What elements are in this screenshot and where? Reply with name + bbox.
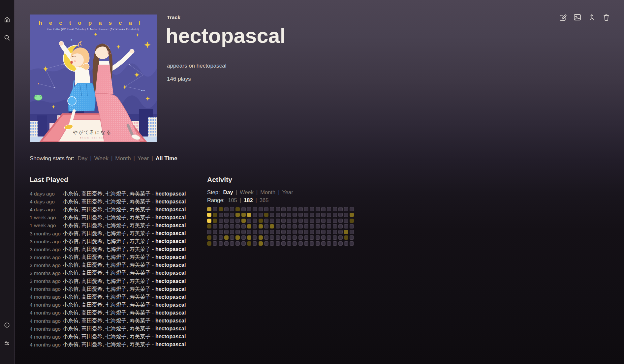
scrobble-artists[interactable]: 小糸侑, 高田憂希, 七海燈子, 寿美菜子 - — [63, 270, 155, 276]
heatmap-cell[interactable] — [287, 219, 291, 223]
heatmap-cell[interactable] — [219, 207, 223, 211]
heatmap-cell[interactable] — [281, 213, 286, 217]
appears-on-album-link[interactable]: hectopascal — [197, 63, 227, 69]
heatmap-cell[interactable] — [247, 230, 251, 234]
heatmap-cell[interactable] — [298, 207, 303, 211]
scrobble-track-name[interactable]: hectopascal — [155, 262, 186, 268]
heatmap-cell[interactable] — [235, 235, 240, 240]
heatmap-cell[interactable] — [259, 207, 263, 211]
heatmap-cell[interactable] — [207, 230, 211, 234]
scrobble-track[interactable]: 小糸侑, 高田憂希, 七海燈子, 寿美菜子 - hectopascal — [63, 246, 186, 253]
heatmap-cell[interactable] — [259, 241, 263, 246]
heatmap-cell[interactable] — [293, 241, 297, 246]
heatmap-cell[interactable] — [264, 213, 268, 217]
heatmap-cell[interactable] — [333, 241, 337, 246]
scrobble-time[interactable]: 3 months ago — [30, 278, 63, 284]
heatmap-cell[interactable] — [224, 213, 229, 217]
heatmap-cell[interactable] — [276, 207, 280, 211]
scrobble-track-name[interactable]: hectopascal — [155, 318, 186, 323]
heatmap-cell[interactable] — [253, 207, 257, 211]
heatmap-cell[interactable] — [344, 224, 348, 228]
heatmap-cell[interactable] — [213, 230, 217, 234]
heatmap-cell[interactable] — [213, 235, 217, 240]
heatmap-cell[interactable] — [293, 207, 297, 211]
heatmap-cell[interactable] — [310, 219, 314, 223]
scrobble-time[interactable]: 4 months ago — [30, 334, 63, 340]
step-option-day[interactable]: Day — [223, 189, 233, 195]
range-option-182[interactable]: 182 — [244, 197, 253, 203]
step-option-month[interactable]: Month — [260, 189, 275, 195]
heatmap-cell[interactable] — [213, 207, 217, 211]
scrobble-time[interactable]: 3 months ago — [30, 255, 63, 260]
scrobble-track[interactable]: 小糸侑, 高田憂希, 七海燈子, 寿美菜子 - hectopascal — [63, 222, 186, 229]
heatmap-cell[interactable] — [321, 219, 326, 223]
heatmap-cell[interactable] — [293, 224, 297, 228]
scrobble-artists[interactable]: 小糸侑, 高田憂希, 七海燈子, 寿美菜子 - — [63, 262, 155, 268]
scrobble-track[interactable]: 小糸侑, 高田憂希, 七海燈子, 寿美菜子 - hectopascal — [63, 198, 186, 205]
scrobble-track-name[interactable]: hectopascal — [155, 223, 186, 228]
scrobble-time[interactable]: 3 months ago — [30, 262, 63, 268]
heatmap-cell[interactable] — [287, 235, 291, 240]
stats-range-option-week[interactable]: Week — [94, 155, 109, 162]
scrobble-track[interactable]: 小糸侑, 高田憂希, 七海燈子, 寿美菜子 - hectopascal — [63, 214, 186, 221]
scrobble-artists[interactable]: 小糸侑, 高田憂希, 七海燈子, 寿美菜子 - — [63, 318, 155, 323]
heatmap-cell[interactable] — [270, 241, 274, 246]
scrobble-track[interactable]: 小糸侑, 高田憂希, 七海燈子, 寿美菜子 - hectopascal — [63, 278, 186, 285]
heatmap-cell[interactable] — [281, 230, 286, 234]
heatmap-cell[interactable] — [316, 241, 320, 246]
heatmap-cell[interactable] — [344, 230, 348, 234]
heatmap-cell[interactable] — [235, 230, 240, 234]
heatmap-cell[interactable] — [247, 219, 251, 223]
heatmap-cell[interactable] — [287, 207, 291, 211]
scrobble-time[interactable]: 3 months ago — [30, 247, 63, 253]
heatmap-cell[interactable] — [230, 224, 234, 228]
heatmap-cell[interactable] — [270, 207, 274, 211]
edit-icon[interactable] — [559, 13, 567, 21]
scrobble-artists[interactable]: 小糸侑, 高田憂希, 七海燈子, 寿美菜子 - — [63, 230, 155, 236]
scrobble-track-name[interactable]: hectopascal — [155, 254, 186, 260]
heatmap-cell[interactable] — [316, 230, 320, 234]
heatmap-cell[interactable] — [298, 219, 303, 223]
heatmap-cell[interactable] — [270, 213, 274, 217]
scrobble-time[interactable]: 3 months ago — [30, 270, 63, 276]
heatmap-cell[interactable] — [304, 207, 308, 211]
scrobble-artists[interactable]: 小糸侑, 高田憂希, 七海燈子, 寿美菜子 - — [63, 286, 155, 292]
heatmap-cell[interactable] — [310, 224, 314, 228]
heatmap-cell[interactable] — [321, 241, 326, 246]
heatmap-cell[interactable] — [316, 213, 320, 217]
heatmap-cell[interactable] — [333, 235, 337, 240]
heatmap-cell[interactable] — [338, 219, 343, 223]
scrobble-track-name[interactable]: hectopascal — [155, 286, 186, 292]
scrobble-artists[interactable]: 小糸侑, 高田憂希, 七海燈子, 寿美菜子 - — [63, 238, 155, 244]
heatmap-cell[interactable] — [350, 241, 354, 246]
step-option-week[interactable]: Week — [240, 189, 254, 195]
heatmap-cell[interactable] — [338, 207, 343, 211]
heatmap-cell[interactable] — [264, 241, 268, 246]
heatmap-cell[interactable] — [253, 241, 257, 246]
heatmap-cell[interactable] — [350, 207, 354, 211]
heatmap-cell[interactable] — [247, 213, 251, 217]
heatmap-cell[interactable] — [327, 213, 331, 217]
heatmap-cell[interactable] — [344, 235, 348, 240]
heatmap-cell[interactable] — [321, 224, 326, 228]
heatmap-cell[interactable] — [344, 219, 348, 223]
heatmap-cell[interactable] — [338, 213, 343, 217]
heatmap-cell[interactable] — [241, 207, 246, 211]
heatmap-cell[interactable] — [333, 207, 337, 211]
heatmap-cell[interactable] — [316, 224, 320, 228]
heatmap-cell[interactable] — [321, 230, 326, 234]
heatmap-cell[interactable] — [310, 230, 314, 234]
heatmap-cell[interactable] — [235, 224, 240, 228]
heatmap-cell[interactable] — [316, 235, 320, 240]
heatmap-cell[interactable] — [281, 219, 286, 223]
heatmap-cell[interactable] — [350, 230, 354, 234]
heatmap-cell[interactable] — [207, 207, 211, 211]
heatmap-cell[interactable] — [224, 219, 229, 223]
heatmap-cell[interactable] — [230, 207, 234, 211]
heatmap-cell[interactable] — [350, 219, 354, 223]
heatmap-cell[interactable] — [276, 241, 280, 246]
heatmap-cell[interactable] — [207, 235, 211, 240]
heatmap-cell[interactable] — [241, 241, 246, 246]
heatmap-cell[interactable] — [230, 241, 234, 246]
heatmap-cell[interactable] — [213, 213, 217, 217]
